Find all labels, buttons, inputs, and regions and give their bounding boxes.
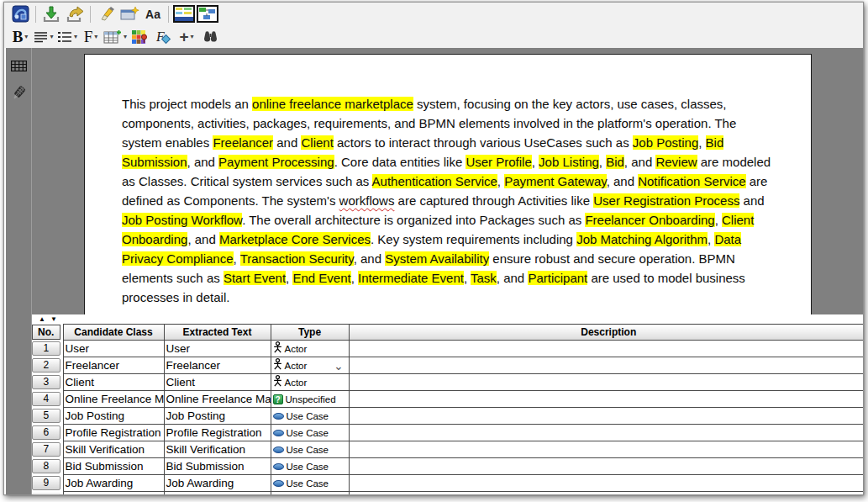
type-cell[interactable]: Actor [271, 341, 349, 357]
dropdown-caret-icon: ▾ [74, 34, 77, 40]
description-cell[interactable] [349, 408, 863, 425]
export-icon[interactable] [64, 4, 86, 24]
type-cell[interactable]: Use Case [271, 458, 349, 475]
splitter-bar[interactable]: ▲ ▼ [32, 314, 863, 324]
collapse-up-icon[interactable]: ▲ [38, 316, 46, 323]
description-cell[interactable] [349, 425, 863, 441]
alignment-icon[interactable]: ▾ [33, 27, 55, 47]
type-cell[interactable]: Use Case [271, 492, 349, 495]
model-font-icon[interactable]: F [152, 27, 174, 47]
type-label: Actor [285, 361, 308, 371]
add-icon[interactable]: + ▾ [176, 27, 197, 47]
extracted-text-cell[interactable]: Bid Submission [164, 458, 271, 475]
column-header-extracted-text[interactable]: Extracted Text [164, 325, 271, 341]
text-run: , [351, 271, 358, 285]
column-header-no[interactable]: No. [32, 325, 60, 340]
column-header-type[interactable]: Type [271, 325, 349, 341]
description-cell[interactable] [349, 441, 863, 458]
type-cell[interactable]: Use Case [271, 441, 349, 458]
highlighted-term: Freelancer Onboarding [585, 213, 714, 227]
candidate-class-cell[interactable]: Profile Registration [63, 425, 164, 441]
description-cell[interactable] [349, 492, 863, 495]
expand-down-icon[interactable]: ▼ [50, 316, 58, 323]
type-dropdown-chevron-icon[interactable]: ⌄ [334, 359, 343, 373]
highlighted-term: Review [655, 155, 697, 169]
font-style-icon[interactable]: F ▾ [80, 27, 102, 47]
candidate-class-cell[interactable]: Job Posting [63, 408, 164, 425]
find-icon[interactable] [199, 27, 221, 47]
extracted-text-cell[interactable]: Freelancer [164, 357, 271, 374]
candidate-class-cell[interactable]: Client [63, 374, 164, 391]
highlighted-term: Notification Service [638, 174, 745, 188]
candidate-class-cell[interactable]: Skill Verification [63, 441, 164, 458]
type-cell[interactable]: Actor⌄ [271, 357, 349, 374]
candidate-class-cell[interactable]: Online Freelance Ma [63, 391, 164, 408]
candidate-class-cell[interactable]: User [63, 341, 164, 357]
description-cell[interactable] [349, 391, 863, 408]
column-header-candidate-class[interactable]: Candidate Class [63, 325, 164, 341]
highlighted-term: Job Posting Workflow [122, 213, 242, 227]
candidate-class-cell[interactable]: Job Awarding [63, 475, 164, 492]
row-number-button[interactable]: 8 [32, 459, 60, 473]
row-number-button[interactable]: 5 [32, 409, 60, 423]
row-number-button[interactable]: 9 [32, 476, 60, 490]
row-number-button[interactable]: 4 [32, 392, 60, 406]
text-run: . The overall architecture is organized … [242, 213, 585, 227]
textual-analysis-icon[interactable] [9, 4, 31, 24]
list-icon[interactable]: ▾ [56, 27, 78, 47]
highlighted-term: User Profile [466, 155, 531, 169]
dropdown-caret-icon: ▾ [191, 34, 194, 40]
text-run: and [739, 193, 764, 208]
bold-icon[interactable]: B ▾ [9, 27, 31, 47]
font-icon[interactable]: Aa [142, 4, 164, 24]
extracted-text-cell[interactable]: Payment Processing [164, 492, 271, 495]
description-cell[interactable] [349, 357, 863, 374]
row-number-button[interactable]: 1 [32, 341, 60, 356]
color-palette-icon[interactable] [129, 27, 150, 47]
text-run: . Key system requirements including [371, 232, 576, 246]
candidate-class-cell[interactable]: Freelancer [63, 357, 164, 374]
highlighted-term: Freelancer [213, 135, 273, 150]
row-number-button[interactable]: 3 [32, 375, 60, 389]
row-number-button[interactable]: 10 [32, 493, 60, 494]
extracted-text-cell[interactable]: Online Freelance Mark [164, 391, 271, 408]
highlighted-term: Transaction Security [240, 251, 354, 266]
text-run: This project models an [122, 97, 252, 111]
highlight-marker-icon[interactable] [8, 83, 29, 103]
candidate-class-cell[interactable]: Bid Submission [63, 458, 164, 475]
extracted-text-cell[interactable]: Profile Registration [164, 425, 271, 441]
description-cell[interactable] [349, 475, 863, 492]
import-icon[interactable] [40, 4, 62, 24]
new-window-icon[interactable] [118, 4, 140, 24]
row-number-button[interactable]: 6 [32, 425, 60, 440]
extracted-text-cell[interactable]: Client [164, 374, 271, 391]
extracted-text-cell[interactable]: Job Awarding [164, 475, 271, 492]
type-cell[interactable]: Use Case [271, 408, 349, 425]
type-cell[interactable]: ?Unspecified [271, 391, 349, 408]
type-cell[interactable]: Use Case [271, 425, 349, 441]
extracted-text-cell[interactable]: User [164, 341, 271, 357]
class-diagram-thumbnail-icon[interactable] [173, 4, 195, 24]
table-icon[interactable]: ▾ [103, 27, 127, 47]
description-cell[interactable] [349, 341, 863, 357]
type-label: Use Case [287, 411, 329, 421]
highlighted-term: System Availability [385, 251, 489, 266]
type-cell[interactable]: Actor [271, 374, 349, 391]
candidate-class-cell[interactable]: Payment Processing [63, 492, 164, 495]
use-case-icon [273, 430, 284, 436]
flow-diagram-thumbnail-icon[interactable] [197, 4, 218, 24]
description-cell[interactable] [349, 374, 863, 391]
highlighted-term: Job Matching Algorithm [576, 232, 708, 246]
row-number-button[interactable]: 2 [32, 358, 60, 373]
text-run: , and [607, 174, 639, 188]
extracted-text-cell[interactable]: Job Posting [164, 408, 271, 425]
description-cell[interactable] [349, 458, 863, 475]
highlighter-icon[interactable] [95, 4, 117, 24]
type-cell[interactable]: Use Case [271, 475, 349, 492]
extracted-text-cell[interactable]: Skill Verification [164, 441, 271, 458]
table-row: 3ClientClientActor [32, 374, 863, 391]
document-page[interactable]: This project models an online freelance … [84, 54, 812, 314]
row-number-button[interactable]: 7 [32, 442, 60, 457]
grid-view-icon[interactable] [8, 55, 29, 76]
column-header-description[interactable]: Description [349, 325, 863, 341]
